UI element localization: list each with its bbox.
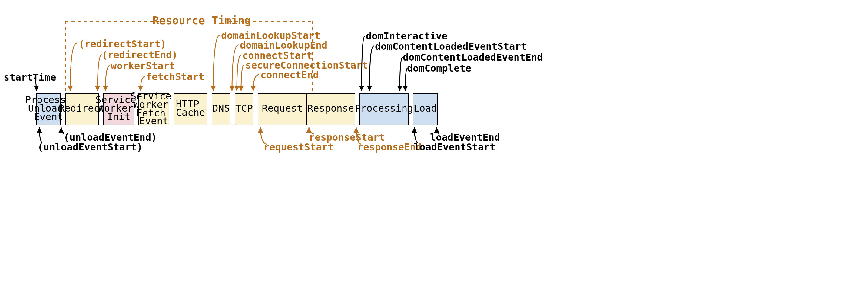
arrow-workerStart [105, 65, 110, 91]
box-dns-label: DNS [212, 103, 230, 114]
label-domInteractive: domInteractive [366, 30, 447, 42]
label-responseEnd: responseEnd [358, 141, 422, 153]
arrow-redirectEnd [97, 55, 102, 91]
arrow-loadEventStart [414, 127, 418, 143]
top-annotations: startTime (redirectStart) (redirectEnd) … [4, 30, 543, 91]
label-fetchStart: fetchStart [146, 71, 205, 82]
arrow-fetchStart [141, 76, 145, 91]
label-workerStart: workerStart [111, 60, 175, 72]
arrow-connectEnd [253, 75, 259, 91]
box-load-label: Load [413, 103, 437, 114]
label-redirectStart: (redirectStart) [79, 38, 166, 50]
label-domComplete: domComplete [407, 62, 471, 74]
label-connectEnd: connectEnd [260, 69, 319, 81]
arrow-secureConnectionStart [241, 65, 244, 91]
box-processing-label: Processing [355, 103, 413, 114]
arrow-connectStart [237, 55, 241, 91]
label-loadEventEnd: loadEventEnd [430, 132, 500, 143]
arrow-unloadEventStart [39, 127, 42, 143]
label-startTime: startTime [4, 72, 56, 83]
navigation-timing-diagram: Process Unload Event Redirect Service Wo… [0, 0, 868, 299]
box-http-cache-label: HTTP Cache [176, 98, 205, 118]
resource-timing-title: Resource Timing [152, 14, 251, 27]
bottom-annotations: (unloadEventStart) (unloadEventEnd) requ… [37, 127, 500, 153]
label-unloadEventEnd: (unloadEventEnd) [64, 132, 157, 143]
box-response-label: Response [307, 103, 354, 114]
label-domContentLoadedEventStart: domContentLoadedEventStart [375, 40, 527, 52]
arrow-domContentLoadedEventEnd [400, 57, 403, 91]
label-domainLookupEnd: domainLookupEnd [240, 39, 328, 51]
arrow-domContentLoadedEventStart [370, 46, 374, 91]
arrow-redirectStart [70, 43, 77, 91]
box-sw-fetch-label: Service Worker Fetch Event [130, 90, 177, 127]
label-redirectEnd: (redirectEnd) [102, 49, 178, 61]
phase-boxes: Process Unload Event Redirect Service Wo… [25, 90, 437, 127]
arrow-domainLookupStart [213, 35, 220, 91]
arrow-unloadEventEnd [61, 127, 64, 134]
box-tcp-label: TCP [235, 103, 253, 114]
box-request-label: Request [262, 103, 303, 114]
label-domContentLoadedEventEnd: domContentLoadedEventEnd [403, 52, 543, 63]
